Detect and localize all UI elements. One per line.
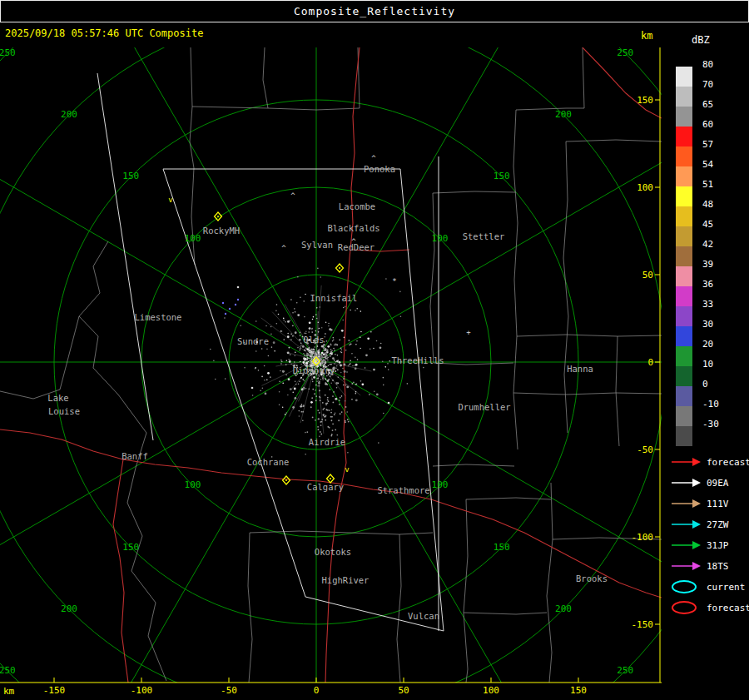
colorbar-swatch	[676, 87, 692, 107]
city-label: Lake	[47, 393, 68, 403]
bottom-axis-tick-label: -100	[131, 685, 153, 696]
range-ring-label: 100	[185, 479, 201, 490]
colorbar-value-label: 36	[702, 280, 713, 290]
range-ring-label: 100	[432, 233, 449, 244]
colorbar-value-label: 80	[702, 60, 713, 70]
axis-unit-bottom: km	[3, 686, 15, 697]
colorbar-swatch	[676, 386, 692, 406]
bottom-axis-tick-label: 50	[398, 685, 409, 696]
storm-ellipse-icon	[670, 579, 702, 594]
colorbar-swatch	[676, 67, 692, 87]
colorbar-swatch	[676, 406, 692, 426]
colorbar-swatch	[676, 366, 692, 386]
city-label: Sylvan	[301, 240, 333, 250]
city-label: Strathmore	[377, 485, 429, 495]
range-ring-label: 150	[122, 542, 139, 553]
town-point-symbol: ^	[281, 244, 286, 252]
check-marker: v	[345, 465, 349, 474]
city-label: Drumheller	[458, 402, 510, 412]
colorbar-swatch	[676, 266, 692, 286]
city-label: Limestone	[135, 312, 182, 322]
track-arrow-icon	[670, 496, 702, 511]
colorbar-swatch	[676, 186, 692, 206]
legend-label: forecast	[707, 457, 749, 468]
town-point-symbol: ^	[371, 154, 376, 162]
track-arrow-icon	[670, 454, 702, 469]
colorbar-value-label: 39	[702, 260, 713, 270]
colorbar-swatch	[676, 206, 692, 226]
legend-item: current	[670, 578, 745, 595]
city-label: Louise	[48, 406, 80, 416]
city-label: Innisfail	[310, 293, 358, 303]
legend-item: 31JP	[670, 537, 729, 554]
colorbar-value-label: 45	[702, 220, 713, 230]
town-point-symbol: ^	[351, 237, 356, 246]
legend-item: 27ZW	[670, 516, 729, 533]
legend-label: 18TS	[707, 561, 729, 572]
colorbar-value-label: -30	[702, 420, 719, 429]
range-ring-label: 150	[494, 542, 510, 553]
colorbar-value-label: -10	[702, 400, 719, 410]
city-label: RockyMH	[203, 226, 240, 236]
city-label: Blackfalds	[327, 223, 379, 233]
range-ring-label: 250	[617, 47, 633, 58]
range-ring-label: 200	[555, 109, 572, 120]
legend-item: 09EA	[670, 474, 729, 491]
storm-ellipse-icon	[670, 600, 702, 615]
right-axis-tick-label: -50	[637, 444, 653, 455]
legend-item: forecast	[670, 599, 749, 616]
city-label: Okotoks	[315, 547, 351, 557]
city-label: Lacombe	[339, 201, 375, 211]
city-label: ThreeHills	[391, 355, 444, 365]
city-label: Banff	[122, 451, 148, 461]
colorbar-swatch	[676, 326, 692, 346]
city-label: Stettler	[463, 231, 505, 241]
right-axis-tick-label: -150	[632, 619, 654, 630]
colorbar-swatch	[676, 107, 692, 127]
colorbar-value-label: 48	[702, 200, 713, 210]
colorbar-title: dBZ	[692, 34, 710, 46]
timestamp-label: 2025/09/18 05:57:46 UTC Composite	[5, 27, 203, 39]
town-point-symbol: *	[392, 277, 396, 285]
range-ring-label: 100	[432, 479, 449, 490]
colorbar-value-label: 60	[702, 120, 713, 130]
city-label: Hanna	[567, 364, 593, 374]
track-arrow-icon	[670, 517, 702, 532]
range-ring-label: 250	[0, 665, 16, 676]
city-label: RedDeer	[338, 242, 374, 252]
range-ring-label: 200	[61, 109, 77, 120]
range-ring-label: 250	[617, 665, 633, 676]
colorbar-swatch	[676, 306, 692, 326]
check-marker: v	[168, 196, 172, 204]
right-axis-tick-label: 100	[637, 182, 653, 193]
range-ring-label: 100	[185, 233, 201, 244]
legend-label: 111V	[707, 499, 729, 509]
legend-item: forecast	[670, 454, 749, 470]
track-arrow-icon	[670, 475, 702, 490]
city-label: HighRiver	[322, 575, 370, 585]
city-label: Ponoka	[364, 164, 395, 174]
axis-unit-top: km	[641, 30, 652, 42]
colorbar-swatch	[676, 426, 692, 446]
legend-label: 09EA	[707, 478, 729, 489]
legend-label: 31JP	[707, 540, 729, 551]
right-axis-tick-label: -100	[632, 532, 654, 543]
colorbar-swatch	[676, 286, 692, 306]
city-label: Brooks	[576, 573, 608, 583]
colorbar-value-label: 30	[702, 320, 713, 330]
colorbar-value-label: 65	[702, 100, 713, 110]
colorbar-value-label: 10	[702, 360, 713, 370]
colorbar-value-label: 33	[702, 300, 713, 310]
town-point-symbol: +	[466, 328, 471, 336]
window-titlebar: Composite_Reflectivity	[0, 0, 749, 22]
radar-map-canvas[interactable]: 1001502002501001502002501001502002501001…	[0, 0, 662, 700]
city-label: Calgary	[307, 482, 344, 492]
colorbar-value-label: 51	[702, 180, 713, 190]
colorbar-swatch	[676, 127, 692, 146]
city-label: Vulcan	[408, 611, 439, 621]
colorbar-value-label: 0	[702, 380, 708, 390]
colorbar-swatch	[676, 246, 692, 266]
bottom-axis-tick-label: -150	[43, 685, 66, 696]
colorbar-swatch	[676, 346, 692, 366]
range-ring-label: 150	[122, 171, 139, 181]
